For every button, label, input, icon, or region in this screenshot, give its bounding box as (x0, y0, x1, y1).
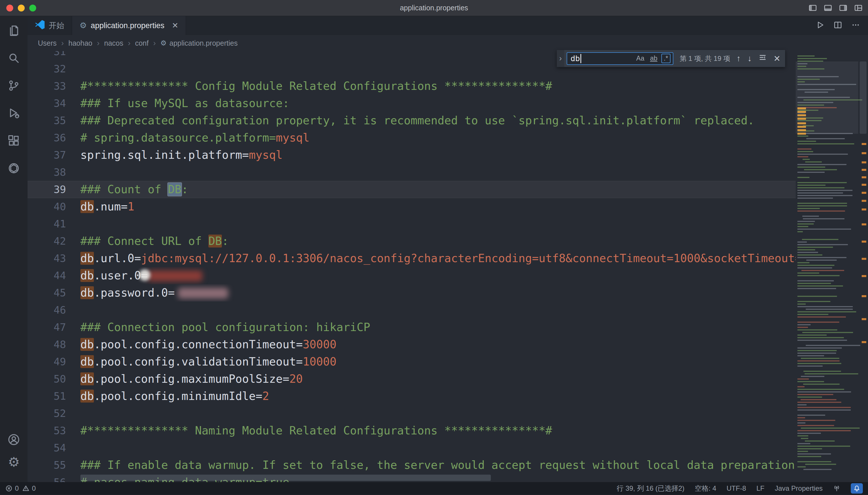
split-editor-icon[interactable] (834, 21, 842, 31)
line-number[interactable]: 40 (28, 198, 66, 215)
code-line[interactable]: 33#*************** Config Module Related… (28, 78, 796, 95)
chatgpt-icon[interactable] (7, 161, 21, 175)
breadcrumb-item[interactable]: nacos (104, 39, 123, 47)
code-line[interactable]: 51db.pool.config.minimumIdle=2 (28, 388, 796, 405)
minimap-line (797, 446, 850, 447)
line-number[interactable]: 56 (28, 474, 66, 482)
run-debug-icon[interactable] (7, 106, 21, 120)
more-actions-icon[interactable] (851, 21, 860, 31)
errors-status[interactable]: 0 (5, 484, 19, 492)
breadcrumb-item[interactable]: haohao (68, 39, 92, 47)
error-icon (5, 485, 13, 492)
breadcrumb-item[interactable]: conf (135, 39, 149, 47)
tab-application-properties[interactable]: ⚙ application.properties ✕ (72, 16, 186, 35)
extensions-icon[interactable] (7, 134, 21, 148)
code-line[interactable]: 55### If enable data warmup. If set to f… (28, 457, 796, 474)
code-line[interactable]: 45db.password.0= (28, 284, 796, 302)
line-number[interactable]: 54 (28, 439, 66, 457)
line-number[interactable]: 55 (28, 457, 66, 474)
code-line[interactable]: 49db.pool.config.validationTimeout=10000 (28, 353, 796, 370)
code-line[interactable]: 53#*************** Naming Module Related… (28, 422, 796, 439)
code-line[interactable]: 44db.user.0= (28, 267, 796, 284)
customize-layout-icon[interactable] (854, 3, 863, 14)
breadcrumb-item[interactable]: Users (38, 39, 56, 47)
code-line[interactable]: 34### If use MySQL as datasource: (28, 95, 796, 112)
code-line[interactable]: 52 (28, 405, 796, 422)
code-line[interactable]: 50db.pool.config.maximumPoolSize=20 (28, 370, 796, 388)
close-tab-icon[interactable]: ✕ (172, 21, 178, 30)
minimize-window-button[interactable] (18, 5, 25, 12)
vertical-scrollbar-slider[interactable] (860, 62, 867, 134)
line-number[interactable]: 47 (28, 319, 66, 336)
line-number[interactable]: 48 (28, 336, 66, 353)
run-file-icon[interactable] (816, 21, 824, 31)
code-line[interactable]: 42### Connect URL of DB: (28, 233, 796, 250)
line-number[interactable]: 36 (28, 129, 66, 147)
code-line[interactable]: 47### Connection pool configuration: hik… (28, 319, 796, 336)
line-number[interactable]: 42 (28, 233, 66, 250)
settings-gear-icon[interactable]: ⚙ (7, 455, 21, 469)
encoding-status[interactable]: UTF-8 (727, 484, 746, 492)
line-number[interactable]: 33 (28, 78, 66, 95)
zoom-window-button[interactable] (29, 5, 36, 12)
line-number[interactable]: 43 (28, 250, 66, 267)
code-line[interactable]: 35### Deprecated configuration property,… (28, 112, 796, 129)
code-line[interactable]: 43db.url.0=jdbc:mysql://127.0.0.1:3306/n… (28, 250, 796, 267)
search-icon[interactable] (7, 51, 21, 65)
line-number[interactable]: 49 (28, 353, 66, 370)
horizontal-scrollbar-slider[interactable] (80, 475, 491, 481)
code-editor[interactable]: 313233#*************** Config Module Rel… (28, 51, 868, 482)
language-mode-status[interactable]: Java Properties (775, 484, 823, 492)
line-number[interactable]: 46 (28, 302, 66, 319)
minimap[interactable] (796, 51, 858, 482)
warnings-status[interactable]: 0 (22, 484, 36, 492)
line-number[interactable]: 41 (28, 215, 66, 233)
line-number[interactable]: 52 (28, 405, 66, 422)
code-line[interactable]: 40db.num=1 (28, 198, 796, 215)
close-find-icon[interactable]: ✕ (774, 54, 780, 64)
next-match-icon[interactable]: ↓ (747, 54, 752, 63)
account-icon[interactable] (7, 433, 21, 446)
code-line[interactable]: 37spring.sql.init.platform=mysql (28, 147, 796, 164)
minimap-line (797, 244, 848, 245)
toggle-sidebar-icon[interactable] (808, 3, 817, 14)
code-line[interactable]: 39### Count of DB: (28, 181, 796, 198)
line-number[interactable]: 53 (28, 422, 66, 439)
line-number[interactable]: 51 (28, 388, 66, 405)
find-input[interactable]: db Aa ab .* (567, 52, 673, 65)
line-number[interactable]: 38 (28, 164, 66, 181)
toggle-panel-icon[interactable] (823, 3, 832, 14)
broadcast-icon[interactable] (833, 485, 840, 492)
previous-match-icon[interactable]: ↑ (736, 54, 741, 63)
line-number[interactable]: 44 (28, 267, 66, 284)
line-number[interactable]: 34 (28, 95, 66, 112)
toggle-replace-chevron-icon[interactable]: › (557, 50, 564, 67)
code-line[interactable]: 41 (28, 215, 796, 233)
explorer-icon[interactable] (7, 23, 21, 37)
line-number[interactable]: 32 (28, 60, 66, 78)
code-line[interactable]: 36# spring.datasource.platform=mysql (28, 129, 796, 147)
match-case-toggle[interactable]: Aa (635, 54, 646, 63)
tab-welcome[interactable]: 开始 (28, 16, 72, 35)
line-number[interactable]: 39 (28, 181, 66, 198)
breadcrumb-file[interactable]: ⚙ application.properties (160, 39, 238, 47)
source-control-icon[interactable] (7, 79, 21, 92)
cursor-position-status[interactable]: 行 39, 列 16 (已选择2) (617, 484, 684, 493)
code-line[interactable]: 48db.pool.config.connectionTimeout=30000 (28, 336, 796, 353)
line-number[interactable]: 35 (28, 112, 66, 129)
close-window-button[interactable] (6, 5, 13, 12)
line-number[interactable]: 31 (28, 51, 66, 60)
code-line[interactable]: 54 (28, 439, 796, 457)
line-number[interactable]: 37 (28, 147, 66, 164)
indentation-status[interactable]: 空格: 4 (695, 484, 716, 493)
eol-status[interactable]: LF (756, 484, 764, 492)
toggle-secondary-sidebar-icon[interactable] (839, 3, 848, 14)
regex-toggle[interactable]: .* (661, 54, 670, 63)
code-line[interactable]: 46 (28, 302, 796, 319)
notifications-bell-icon[interactable] (851, 483, 863, 494)
whole-word-toggle[interactable]: ab (648, 54, 659, 63)
line-number[interactable]: 45 (28, 284, 66, 302)
line-number[interactable]: 50 (28, 370, 66, 388)
find-in-selection-icon[interactable] (759, 53, 767, 64)
code-line[interactable]: 38 (28, 164, 796, 181)
